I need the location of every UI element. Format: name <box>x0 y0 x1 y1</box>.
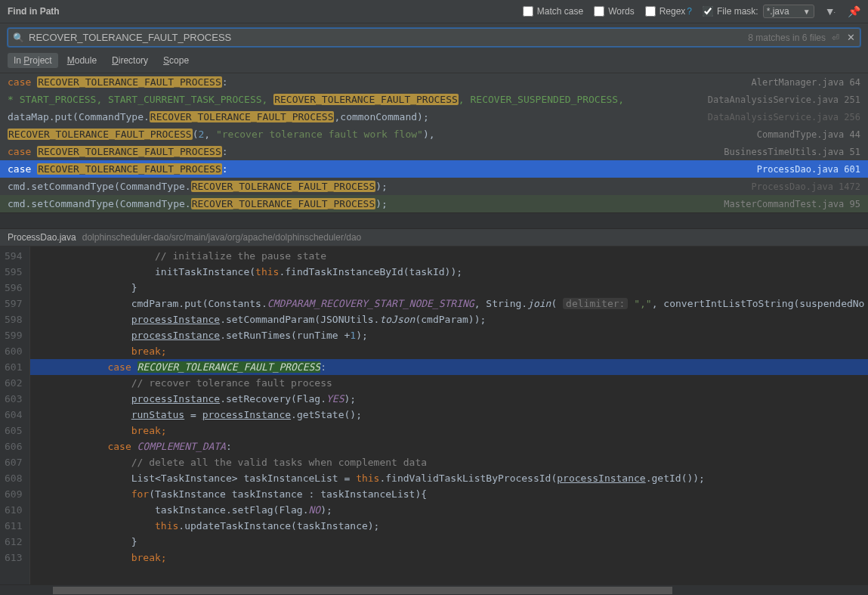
scope-in-project[interactable]: In Project <box>8 53 58 68</box>
chevron-down-icon: ▼ <box>803 8 811 16</box>
code-preview[interactable]: 5945955965975985996006016026036046056066… <box>0 246 868 584</box>
regex-option[interactable]: Regex ? <box>645 6 692 17</box>
pin-icon[interactable]: 📌 <box>848 5 860 17</box>
scope-directory[interactable]: Directory <box>106 53 154 68</box>
titlebar: Find in Path Match case Words Regex ? Fi… <box>0 0 868 23</box>
result-row[interactable]: dataMap.put(CommandType.RECOVER_TOLERANC… <box>0 108 868 126</box>
match-case-option[interactable]: Match case <box>523 6 583 17</box>
regex-label: Regex <box>659 6 686 17</box>
match-case-label: Match case <box>537 6 583 17</box>
result-row[interactable]: * START_PROCESS, START_CURRENT_TASK_PROC… <box>0 91 868 108</box>
search-row: 🔍 8 matches in 6 files ⏎ ✕ <box>8 28 860 47</box>
separator <box>0 212 868 229</box>
search-input[interactable] <box>29 32 748 43</box>
preview-path: ProcessDao.java dolphinscheduler-dao/src… <box>0 229 868 246</box>
match-case-checkbox[interactable] <box>523 6 533 17</box>
preview-file: ProcessDao.java <box>8 232 76 243</box>
file-mask-dropdown[interactable]: *.java ▼ <box>763 5 814 18</box>
file-mask-label: File mask: <box>717 6 758 17</box>
file-mask-checkbox[interactable] <box>703 6 713 17</box>
dialog-title: Find in Path <box>8 6 60 17</box>
result-row[interactable]: cmd.setCommandType(CommandType.RECOVER_T… <box>0 178 868 195</box>
horizontal-scrollbar[interactable] <box>0 584 868 595</box>
gutter: 5945955965975985996006016026036046056066… <box>0 246 30 584</box>
filter-icon[interactable]: ▼. <box>825 5 837 17</box>
clear-icon[interactable]: ✕ <box>847 32 855 43</box>
result-row[interactable]: case RECOVER_TOLERANCE_FAULT_PROCESS: Al… <box>0 73 868 91</box>
file-mask-value: *.java <box>767 6 789 17</box>
regex-checkbox[interactable] <box>645 6 656 17</box>
result-row[interactable]: case RECOVER_TOLERANCE_FAULT_PROCESS: Bu… <box>0 143 868 160</box>
scope-module[interactable]: Module <box>61 53 103 68</box>
newline-icon[interactable]: ⏎ <box>832 33 839 43</box>
match-count: 8 matches in 6 files <box>748 33 826 43</box>
words-checkbox[interactable] <box>594 6 604 17</box>
regex-help-icon[interactable]: ? <box>687 6 692 17</box>
results-list: case RECOVER_TOLERANCE_FAULT_PROCESS: Al… <box>0 73 868 212</box>
scope-scope[interactable]: Scope <box>157 53 195 68</box>
scope-tabs: In Project Module Directory Scope <box>0 50 868 73</box>
words-option[interactable]: Words <box>594 6 634 17</box>
words-label: Words <box>608 6 634 17</box>
file-mask-option[interactable]: File mask: <box>703 6 758 17</box>
result-row[interactable]: RECOVER_TOLERANCE_FAULT_PROCESS(2, "reco… <box>0 126 868 143</box>
preview-dirpath: dolphinscheduler-dao/src/main/java/org/a… <box>82 232 362 243</box>
scrollbar-thumb[interactable] <box>53 587 672 594</box>
result-row[interactable]: case RECOVER_TOLERANCE_FAULT_PROCESS: Pr… <box>0 160 868 178</box>
code-lines[interactable]: // initialize the pause state initTaskIn… <box>30 246 868 584</box>
result-row[interactable]: cmd.setCommandType(CommandType.RECOVER_T… <box>0 195 868 212</box>
search-icon: 🔍 <box>13 33 24 43</box>
